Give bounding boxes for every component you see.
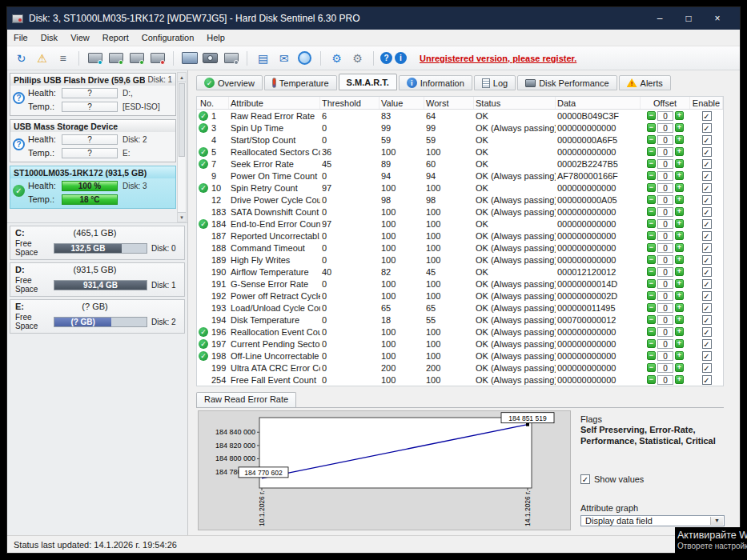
scroll-up-icon[interactable]: ▴ [178,73,186,82]
offset-increase-button[interactable]: + [675,183,684,192]
enable-checkbox[interactable]: ✓ [702,171,712,181]
smart-row[interactable]: ✓197Current Pending Sector...0100100OK (… [197,338,723,350]
smart-row[interactable]: ✓198Off-Line Uncorrectable ...0100100OK … [197,350,723,362]
offset-decrease-button[interactable]: − [647,375,656,384]
offset-increase-button[interactable]: + [675,303,684,312]
enable-checkbox[interactable]: ✓ [702,315,712,325]
offset-value[interactable]: 0 [657,207,673,217]
smart-row[interactable]: 12Drive Power Cycle Count09898OK (Always… [197,194,723,206]
offset-value[interactable]: 0 [657,327,673,337]
minimize-button[interactable]: – [645,13,674,24]
offset-increase-button[interactable]: + [675,207,684,216]
column-header-offset[interactable]: Offset [641,97,690,109]
offset-value[interactable]: 0 [657,147,673,157]
offset-increase-button[interactable]: + [675,255,684,264]
column-header-attribute[interactable]: Attribute [229,97,320,109]
menu-configuration[interactable]: Configuration [135,30,200,46]
column-header-enable[interactable]: Enable [690,97,723,109]
smart-row[interactable]: 192Power off Retract Cycle ...0100100OK … [197,290,723,302]
smart-row[interactable]: 190Airflow Temperature408245OK0000121200… [197,266,723,278]
offset-decrease-button[interactable]: − [647,183,656,192]
offset-increase-button[interactable]: + [675,267,684,276]
maximize-button[interactable]: □ [674,13,703,24]
offset-increase-button[interactable]: + [675,147,684,156]
text-report-icon[interactable]: ▤ [254,50,272,66]
offset-increase-button[interactable]: + [675,375,684,384]
column-header-no[interactable]: No. [197,97,229,109]
tab-temperature[interactable]: Temperature [264,75,337,90]
offset-value[interactable]: 0 [657,303,673,313]
offset-increase-button[interactable]: + [675,351,684,360]
column-header-threshold[interactable]: Threshold [320,97,380,109]
smart-row[interactable]: ✓3Spin Up Time09999OK (Always passing)00… [197,122,723,134]
scrollbar-track[interactable] [178,158,186,212]
offset-increase-button[interactable]: + [675,195,684,204]
enable-checkbox[interactable]: ✓ [702,135,712,145]
offset-decrease-button[interactable]: − [647,159,656,168]
enable-checkbox[interactable]: ✓ [702,123,712,133]
offset-value[interactable]: 0 [657,171,673,181]
offset-decrease-button[interactable]: − [647,231,656,240]
disk-panel-2[interactable]: USB Mass Storage Device?Health:?Disk: 2T… [10,119,176,162]
smart-row[interactable]: 193Load/Unload Cycle Cou...06565OK (Alwa… [197,302,723,314]
enable-checkbox[interactable]: ✓ [702,111,712,121]
smart-row[interactable]: 189High Fly Writes0100100OK (Always pass… [197,254,723,266]
tab-smart[interactable]: S.M.A.R.T. [339,74,397,90]
offset-increase-button[interactable]: + [675,171,684,180]
close-button[interactable]: × [703,13,732,24]
chart-tab-raw-read-error-rate[interactable]: Raw Read Error Rate [196,392,296,407]
column-header-data[interactable]: Data [556,97,641,109]
enable-checkbox[interactable]: ✓ [702,219,712,229]
disk-conveyance-selftest-icon[interactable] [127,50,146,66]
enable-checkbox[interactable]: ✓ [702,279,712,289]
tab-alerts[interactable]: !Alerts [619,75,671,90]
enable-checkbox[interactable]: ✓ [702,363,712,373]
offset-value[interactable]: 0 [657,123,673,133]
column-header-status[interactable]: Status [474,97,556,109]
scrollbar-thumb[interactable] [179,83,185,157]
enable-checkbox[interactable]: ✓ [702,327,712,337]
dropdown-arrow-icon[interactable]: ▼ [710,517,723,525]
smart-row[interactable]: ✓10Spin Retry Count97100100OK00000000000… [197,182,723,194]
unregistered-notice[interactable]: Unregistered version, please register. [420,54,576,63]
disk-list-scrollbar[interactable]: ▴ ▾ [177,72,187,222]
offset-value[interactable]: 0 [657,291,673,301]
smart-row[interactable]: ✓1Raw Read Error Rate68364OK00000B049C3F… [197,110,723,122]
preferences-icon[interactable]: ⚙ [348,50,367,66]
graph-mode-dropdown[interactable]: Display data field ▼ [580,515,725,526]
offset-decrease-button[interactable]: − [647,243,656,252]
scroll-down-icon[interactable]: ▾ [178,212,186,222]
smart-row[interactable]: ✓184End-to-End Error Count97100100OK0000… [197,218,723,230]
smart-row[interactable]: 199Ultra ATA CRC Error Co...0200200OK (A… [197,362,723,374]
offset-decrease-button[interactable]: − [647,147,656,156]
offset-value[interactable]: 0 [657,339,673,349]
enable-checkbox[interactable]: ✓ [702,303,712,313]
offset-value[interactable]: 0 [657,111,673,121]
enable-checkbox[interactable]: ✓ [702,207,712,217]
enable-checkbox[interactable]: ✓ [702,267,712,277]
enable-checkbox[interactable]: ✓ [702,195,712,205]
offset-value[interactable]: 0 [657,159,673,169]
offset-decrease-button[interactable]: − [647,267,656,276]
offset-increase-button[interactable]: + [675,291,684,300]
show-values-checkbox[interactable]: ✓ Show values [580,474,719,484]
offset-decrease-button[interactable]: − [647,351,656,360]
smart-row[interactable]: ✓196Reallocation Event Count0100100OK (A… [197,326,723,338]
menu-help[interactable]: Help [200,30,231,46]
offset-increase-button[interactable]: + [675,339,684,348]
offset-value[interactable]: 0 [657,375,673,385]
offset-value[interactable]: 0 [657,351,673,361]
offset-decrease-button[interactable]: − [647,123,656,132]
smart-row[interactable]: 191G-Sense Error Rate0100100OK (Always p… [197,278,723,290]
offset-increase-button[interactable]: + [675,159,684,168]
menu-report[interactable]: Report [96,30,135,46]
drive-panel[interactable]: D:(931,5 GB)Free Space931,4 GBDisk: 1 [10,262,185,297]
offset-increase-button[interactable]: + [675,231,684,240]
smart-row[interactable]: 4Start/Stop Count05959OK00000000A6F5−0+✓ [197,134,723,146]
offset-increase-button[interactable]: + [675,135,684,144]
offset-decrease-button[interactable]: − [647,327,656,336]
enable-checkbox[interactable]: ✓ [702,255,712,265]
column-header-worst[interactable]: Worst [424,97,474,109]
smart-row[interactable]: 9Power On Time Count09494OK (Always pass… [197,170,723,182]
web-status-icon[interactable] [295,50,314,66]
